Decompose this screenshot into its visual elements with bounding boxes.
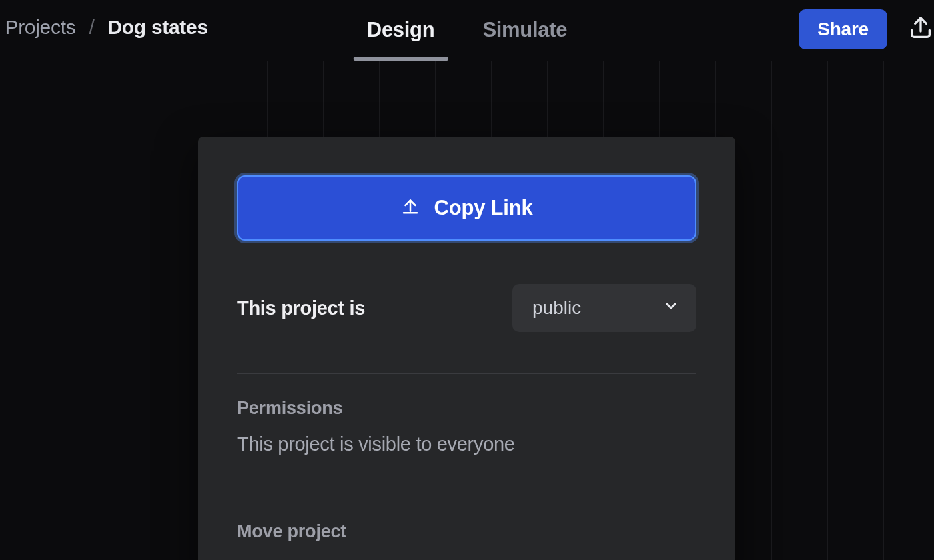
visibility-label: This project is <box>237 297 365 319</box>
move-project-title: Move project <box>237 521 696 542</box>
breadcrumb-current: Dog states <box>107 16 207 39</box>
chevron-down-icon <box>663 297 679 319</box>
main-tabs: Design Simulate <box>367 18 567 61</box>
copy-link-label: Copy Link <box>434 196 532 220</box>
copy-link-button[interactable]: Copy Link <box>237 175 696 241</box>
breadcrumb-parent[interactable]: My Projects <box>0 16 75 39</box>
permissions-desc: This project is visible to everyone <box>237 433 696 455</box>
permissions-title: Permissions <box>237 398 696 419</box>
divider <box>237 261 696 261</box>
visibility-value: public <box>532 297 581 319</box>
divider <box>237 373 696 374</box>
visibility-row: This project is public <box>237 284 696 332</box>
share-panel: Copy Link This project is public Permiss… <box>198 137 735 560</box>
visibility-select[interactable]: public <box>512 284 696 332</box>
topbar-right: Share <box>799 9 934 49</box>
breadcrumb-separator: / <box>89 16 94 39</box>
tab-design[interactable]: Design <box>367 18 435 61</box>
breadcrumb: My Projects / Dog states <box>0 16 208 39</box>
divider <box>237 497 696 497</box>
export-icon[interactable] <box>907 15 934 44</box>
canvas[interactable]: Copy Link This project is public Permiss… <box>0 61 934 560</box>
tab-simulate[interactable]: Simulate <box>482 18 567 61</box>
share-button[interactable]: Share <box>799 9 887 49</box>
upload-icon <box>400 195 420 221</box>
topbar: My Projects / Dog states Design Simulate… <box>0 0 934 61</box>
